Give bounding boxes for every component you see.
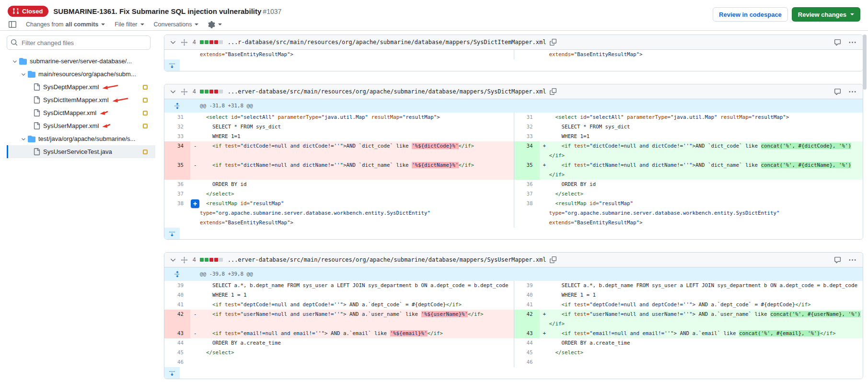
tree-file-sysusermapper-xml[interactable]: SysUserMapper.xml <box>7 119 155 132</box>
vertical-scrollbar[interactable] <box>863 35 867 90</box>
line-number[interactable]: 35 <box>164 161 190 180</box>
line-number[interactable]: 42 <box>514 310 540 329</box>
code-line: + <if test="userName!=null and userName!… <box>540 310 863 329</box>
line-number[interactable] <box>514 50 540 59</box>
copy-path-button[interactable] <box>550 88 556 95</box>
toggle-comments-button[interactable] <box>834 256 841 264</box>
line-number[interactable]: 38 <box>514 199 540 228</box>
file-filter-dropdown[interactable]: File filter <box>115 21 144 28</box>
line-number[interactable]: 31 <box>514 113 540 122</box>
line-number[interactable]: 45 <box>164 348 190 358</box>
file-options-kebab-button[interactable] <box>849 256 856 264</box>
line-number[interactable]: 40 <box>514 290 540 300</box>
conversations-dropdown[interactable]: Conversations <box>154 21 199 28</box>
line-number[interactable]: 41 <box>164 300 190 310</box>
expand-down-icon <box>169 370 175 376</box>
tree-caret[interactable] <box>11 58 18 64</box>
line-number[interactable]: 40 <box>164 290 190 300</box>
file-path-link[interactable]: ...r-database/src/main/resources/org/apa… <box>228 39 546 46</box>
toggle-comments-button[interactable] <box>834 39 841 46</box>
code-line: + <if test="dictName!=null and dictName!… <box>540 161 863 180</box>
drag-handle-icon <box>181 39 188 46</box>
expand-down-icon <box>169 230 175 237</box>
line-number[interactable] <box>164 50 190 59</box>
line-number[interactable]: 34 <box>164 141 190 161</box>
diff-row: 35- <if test="dictName!=null and dictNam… <box>164 161 863 180</box>
file-filter-label: File filter <box>115 21 137 28</box>
line-number[interactable]: 46 <box>514 358 540 367</box>
collapse-file-button[interactable] <box>169 256 177 264</box>
line-number[interactable]: 37 <box>514 189 540 199</box>
line-number[interactable]: 38 <box>164 199 190 228</box>
line-number[interactable]: 33 <box>164 132 190 141</box>
drag-handle[interactable] <box>181 88 188 95</box>
diff-row: 4646 <box>164 358 863 367</box>
line-number[interactable]: 32 <box>164 122 190 132</box>
toggle-comments-button[interactable] <box>834 88 841 95</box>
line-number[interactable]: 36 <box>514 180 540 189</box>
drag-handle[interactable] <box>181 39 188 46</box>
line-number[interactable]: 33 <box>514 132 540 141</box>
diff-settings-gear-button[interactable] <box>208 21 222 28</box>
expand-diff-button[interactable] <box>164 59 180 71</box>
line-number[interactable]: 43 <box>514 329 540 338</box>
file-options-kebab-button[interactable] <box>849 39 856 46</box>
file-tree-toggle-button[interactable] <box>9 21 16 28</box>
line-number[interactable]: 35 <box>514 161 540 180</box>
drag-handle[interactable] <box>181 256 188 264</box>
modified-status-icon <box>143 150 148 154</box>
code-line: WHERE 1 = 1 <box>190 290 514 300</box>
line-number[interactable]: 43 <box>164 329 190 338</box>
pr-number: #1037 <box>263 8 281 15</box>
diff-sign: + <box>543 161 546 170</box>
file-path-link[interactable]: ...erver-database/src/main/resources/org… <box>228 256 546 263</box>
line-number[interactable]: 32 <box>514 122 540 132</box>
changes-from-dropdown[interactable]: Changes fromall commits <box>26 21 105 28</box>
tree-folder-test-java-org-apache-submarine-s[interactable]: test/java/org/apache/submarine/s... <box>7 132 155 145</box>
file-filter-input[interactable] <box>7 35 150 50</box>
line-number[interactable]: 39 <box>164 281 190 290</box>
tree-file-sysdictitemmapper-xml[interactable]: SysDictItemMapper.xml <box>7 93 155 106</box>
line-number[interactable]: 46 <box>164 358 190 367</box>
copy-path-button[interactable] <box>550 256 556 263</box>
tree-file-sysdictmapper-xml[interactable]: SysDictMapper.xml <box>7 106 155 119</box>
diff-list: 4...r-database/src/main/resources/org/ap… <box>158 31 868 382</box>
collapse-file-button[interactable] <box>169 38 177 46</box>
line-number[interactable]: 37 <box>164 189 190 199</box>
file-diff-card: 4...erver-database/src/main/resources/or… <box>164 84 863 240</box>
expand-diff-button[interactable] <box>164 228 180 239</box>
tree-folder-main-resources-org-apache-subm[interactable]: main/resources/org/apache/subm... <box>7 68 155 81</box>
pr-title: SUBMARINE-1361. Fix Submarine SQL inject… <box>53 7 281 15</box>
line-number[interactable]: 42 <box>164 310 190 329</box>
file-path-link[interactable]: ...erver-database/src/main/resources/org… <box>228 88 546 95</box>
expand-hunk-button[interactable] <box>164 99 190 113</box>
review-in-codespace-button[interactable]: Review in codespace <box>713 7 788 22</box>
copy-path-icon <box>550 256 556 263</box>
file-diff-card: 4...r-database/src/main/resources/org/ap… <box>164 35 863 71</box>
add-comment-button[interactable]: + <box>191 199 199 208</box>
tree-caret[interactable] <box>20 71 27 77</box>
line-number[interactable]: 36 <box>164 180 190 189</box>
line-number[interactable]: 45 <box>514 348 540 358</box>
line-number[interactable]: 41 <box>514 300 540 310</box>
line-number[interactable]: 44 <box>514 338 540 348</box>
collapse-file-button[interactable] <box>169 88 177 95</box>
line-number[interactable]: 31 <box>164 113 190 122</box>
tree-folder-submarine-server-server-database[interactable]: submarine-server/server-database/... <box>7 55 155 68</box>
file-options-kebab-button[interactable] <box>849 88 856 95</box>
diff-row: 39 SELECT a.*, b.dept_name FROM sys_user… <box>164 281 863 290</box>
tree-caret[interactable] <box>20 136 27 142</box>
expand-diff-button[interactable] <box>164 367 180 379</box>
diff-sign: - <box>194 161 197 170</box>
expand-hunk-button[interactable] <box>164 267 190 281</box>
review-changes-button[interactable]: Review changes <box>792 7 860 22</box>
line-number[interactable]: 44 <box>164 338 190 348</box>
line-number[interactable]: 34 <box>514 141 540 161</box>
tree-file-sysdeptmapper-xml[interactable]: SysDeptMapper.xml <box>7 81 155 93</box>
tree-file-sysuserservicetest-java[interactable]: SysUserServiceTest.java <box>7 145 155 158</box>
diff-table: @@ -31,8 +31,8 @@31 <select id="selectAl… <box>164 99 863 239</box>
copy-path-button[interactable] <box>550 39 556 46</box>
folder-icon <box>19 58 27 65</box>
line-number[interactable]: 39 <box>514 281 540 290</box>
tree-item-label: test/java/org/apache/submarine/s... <box>38 135 135 142</box>
